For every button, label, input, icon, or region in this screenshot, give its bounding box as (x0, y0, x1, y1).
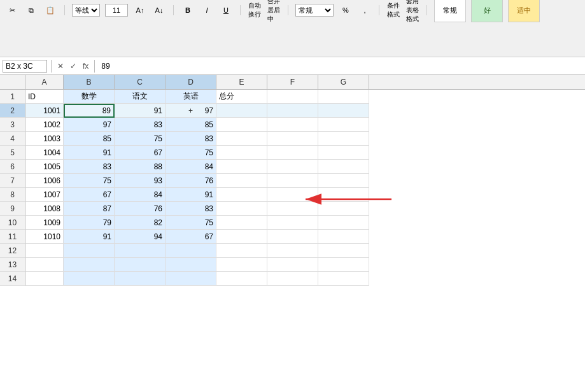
cell-F7[interactable] (267, 174, 318, 188)
cell-B11[interactable]: 91 (64, 230, 115, 244)
cell-E3[interactable] (216, 118, 267, 132)
col-header-C[interactable]: C (115, 75, 166, 89)
cell-B4[interactable]: 85 (64, 132, 115, 146)
fx-icon[interactable]: fx (81, 62, 90, 71)
cell-C4[interactable]: 75 (115, 132, 166, 146)
cell-B3[interactable]: 97 (64, 118, 115, 132)
cell-A7[interactable]: 1006 (25, 174, 64, 188)
cancel-formula-icon[interactable]: ✕ (55, 62, 66, 71)
cell-G1[interactable] (318, 90, 369, 104)
cell-E11[interactable] (216, 230, 267, 244)
italic-btn[interactable]: I (200, 4, 214, 17)
cell-C12[interactable] (115, 244, 166, 258)
cell-F5[interactable] (267, 146, 318, 160)
percent-btn[interactable]: % (339, 4, 353, 17)
style-good[interactable]: 好 (471, 0, 503, 22)
cell-F12[interactable] (267, 244, 318, 258)
cell-A3[interactable]: 1002 (25, 118, 64, 132)
cell-C3[interactable]: 83 (115, 118, 166, 132)
cell-E2[interactable] (216, 104, 267, 118)
wrap-btn[interactable]: 自动换行 (248, 4, 262, 17)
cell-D13[interactable] (166, 258, 216, 272)
cell-D5[interactable]: 75 (166, 146, 216, 160)
cell-D14[interactable] (166, 272, 216, 286)
paste-icon[interactable]: 📋 (43, 4, 57, 17)
row-header-3[interactable]: 3 (0, 118, 25, 132)
cell-C11[interactable]: 94 (115, 230, 166, 244)
style-normal[interactable]: 常规 (434, 0, 466, 22)
cell-B10[interactable]: 79 (64, 216, 115, 230)
comma-btn[interactable]: , (358, 4, 372, 17)
font-shrink-icon[interactable]: A↓ (152, 4, 166, 17)
font-size-input[interactable] (105, 4, 128, 17)
cell-E12[interactable] (216, 244, 267, 258)
cell-E8[interactable] (216, 188, 267, 202)
cell-A12[interactable] (25, 244, 64, 258)
cell-C2[interactable]: 91 (115, 104, 166, 118)
cell-B12[interactable] (64, 244, 115, 258)
cell-C6[interactable]: 88 (115, 160, 166, 174)
cell-F2[interactable] (267, 104, 318, 118)
cell-E6[interactable] (216, 160, 267, 174)
cell-E13[interactable] (216, 258, 267, 272)
style-medium[interactable]: 适中 (508, 0, 540, 22)
cell-E14[interactable] (216, 272, 267, 286)
cell-G2[interactable] (318, 104, 369, 118)
cut-icon[interactable]: ✂ (5, 4, 19, 17)
cell-G9[interactable] (318, 202, 369, 216)
cell-E4[interactable] (216, 132, 267, 146)
cell-C9[interactable]: 76 (115, 202, 166, 216)
cell-C10[interactable]: 82 (115, 216, 166, 230)
cell-D12[interactable] (166, 244, 216, 258)
cell-C8[interactable]: 84 (115, 188, 166, 202)
cell-B8[interactable]: 67 (64, 188, 115, 202)
cell-C5[interactable]: 67 (115, 146, 166, 160)
merge-center-btn[interactable]: 合并居后中 (267, 4, 281, 17)
cell-G10[interactable] (318, 216, 369, 230)
cell-D8[interactable]: 91 (166, 188, 216, 202)
cell-A8[interactable]: 1007 (25, 188, 64, 202)
col-header-F[interactable]: F (267, 75, 318, 89)
cell-A10[interactable]: 1009 (25, 216, 64, 230)
cell-B5[interactable]: 91 (64, 146, 115, 160)
cell-F14[interactable] (267, 272, 318, 286)
cell-F13[interactable] (267, 258, 318, 272)
cell-A5[interactable]: 1004 (25, 146, 64, 160)
bold-btn[interactable]: B (181, 4, 195, 17)
cell-G4[interactable] (318, 132, 369, 146)
cell-B9[interactable]: 87 (64, 202, 115, 216)
cell-C13[interactable] (115, 258, 166, 272)
cell-G13[interactable] (318, 258, 369, 272)
row-header-5[interactable]: 5 (0, 146, 25, 160)
row-header-10[interactable]: 10 (0, 216, 25, 230)
cell-D6[interactable]: 84 (166, 160, 216, 174)
cond-format-btn[interactable]: 条件格式 (386, 4, 400, 17)
cell-F11[interactable] (267, 230, 318, 244)
cell-A1[interactable]: ID (25, 90, 64, 104)
row-header-2[interactable]: 2 (0, 104, 25, 118)
cell-A4[interactable]: 1003 (25, 132, 64, 146)
cell-G14[interactable] (318, 272, 369, 286)
formula-input[interactable] (99, 60, 582, 73)
font-grow-icon[interactable]: A↑ (133, 4, 147, 17)
cell-D7[interactable]: 76 (166, 174, 216, 188)
cell-C14[interactable] (115, 272, 166, 286)
row-header-11[interactable]: 11 (0, 230, 25, 244)
cell-G12[interactable] (318, 244, 369, 258)
cell-E10[interactable] (216, 216, 267, 230)
cell-E1[interactable]: 总分 (216, 90, 267, 104)
cell-G11[interactable] (318, 230, 369, 244)
col-header-B[interactable]: B (64, 75, 115, 89)
cell-D2[interactable]: 97+ (166, 104, 216, 118)
cell-D9[interactable]: 83 (166, 202, 216, 216)
cell-A2[interactable]: 1001 (25, 104, 64, 118)
row-header-12[interactable]: 12 (0, 244, 25, 258)
cell-F10[interactable] (267, 216, 318, 230)
cell-B13[interactable] (64, 258, 115, 272)
row-header-9[interactable]: 9 (0, 202, 25, 216)
cell-D11[interactable]: 67 (166, 230, 216, 244)
cell-G3[interactable] (318, 118, 369, 132)
num-format-select[interactable]: 常规 (295, 4, 334, 17)
cell-G6[interactable] (318, 160, 369, 174)
row-header-14[interactable]: 14 (0, 272, 25, 286)
